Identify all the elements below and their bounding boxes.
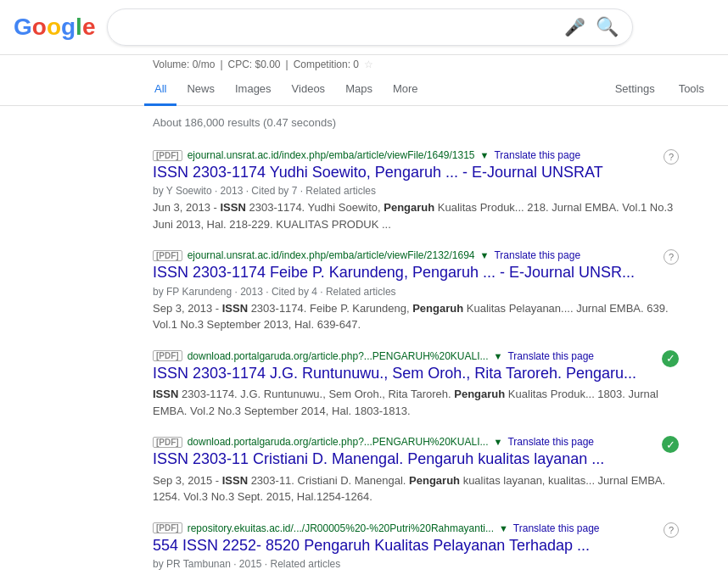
result-meta: by PR Tambunan · 2015 · Related articles [153, 558, 679, 570]
verified-icon: ✓ [662, 350, 679, 367]
settings-link[interactable]: Settings [605, 74, 665, 106]
results-count: About 186,000 results (0.47 seconds) [0, 106, 728, 132]
result-snippet: Jun 3, 2013 - ISSN 2303-1174. Yudhi Soew… [153, 199, 679, 232]
pdf-badge: [PDF] [153, 437, 182, 448]
result-url: repository.ekuitas.ac.id/.../JR00005%20-… [188, 522, 494, 534]
result-title[interactable]: 554 ISSN 2252- 8520 Pengaruh Kualitas Pe… [153, 536, 658, 555]
help-icon[interactable]: ? [664, 522, 679, 538]
result-url: ejournal.unsrat.ac.id/index.php/emba/art… [188, 249, 475, 261]
result-title[interactable]: ISSN 2303-1174 Yudhi Soewito, Pengaruh .… [153, 163, 658, 182]
table-row: [PDF] download.portalgaruda.org/article.… [153, 350, 679, 419]
verified-icon: ✓ [662, 436, 679, 453]
result-snippet: Sep 3, 2015 - ISSN 2303-11. Cristiani D.… [153, 472, 679, 505]
tab-all[interactable]: All [144, 74, 176, 106]
table-row: [PDF] ejournal.unsrat.ac.id/index.php/em… [153, 249, 679, 332]
help-icon[interactable]: ? [664, 249, 679, 265]
result-url: ejournal.unsrat.ac.id/index.php/emba/art… [188, 149, 475, 161]
translate-link[interactable]: Translate this page [513, 522, 600, 534]
tab-images[interactable]: Images [225, 74, 282, 106]
result-meta: by Y Soewito · 2013 · Cited by 7 · Relat… [153, 185, 679, 197]
translate-link[interactable]: Translate this page [507, 436, 594, 448]
result-url-line: [PDF] download.portalgaruda.org/article.… [153, 350, 655, 362]
result-title[interactable]: ISSN 2303-11 Cristiani D. Manengal. Peng… [153, 449, 655, 469]
result-url-line: [PDF] ejournal.unsrat.ac.id/index.php/em… [153, 249, 658, 261]
translate-link[interactable]: Translate this page [494, 249, 580, 261]
table-row: [PDF] download.portalgaruda.org/article.… [153, 436, 679, 505]
pdf-badge: [PDF] [153, 350, 182, 361]
star-icon[interactable]: ☆ [364, 59, 373, 70]
translate-link[interactable]: Translate this page [494, 149, 580, 161]
help-icon[interactable]: ? [664, 149, 679, 165]
result-url-line: [PDF] ejournal.unsrat.ac.id/index.php/em… [153, 149, 658, 161]
result-url-line: [PDF] repository.ekuitas.ac.id/.../JR000… [153, 522, 658, 534]
header: Google filetype:pdf pengaruh ISSN 🎤 🔍 [0, 0, 728, 55]
search-icon[interactable]: 🔍 [596, 16, 619, 38]
pdf-badge: [PDF] [153, 250, 182, 261]
table-row: [PDF] repository.ekuitas.ac.id/.../JR000… [153, 522, 679, 570]
tab-videos[interactable]: Videos [282, 74, 336, 106]
nav-tabs: All News Images Videos Maps More Setting… [0, 74, 728, 106]
pdf-badge: [PDF] [153, 150, 182, 161]
result-meta: by FP Karundeng · 2013 · Cited by 4 · Re… [153, 286, 679, 298]
google-logo: Google [14, 14, 95, 41]
search-bar: filetype:pdf pengaruh ISSN 🎤 🔍 [107, 8, 633, 46]
cpc-info: CPC: $0.00 [228, 59, 281, 70]
search-input[interactable]: filetype:pdf pengaruh ISSN [121, 20, 557, 35]
result-url: download.portalgaruda.org/article.php?..… [188, 350, 489, 362]
tab-maps[interactable]: Maps [335, 74, 383, 106]
results-list: [PDF] ejournal.unsrat.ac.id/index.php/em… [0, 149, 728, 575]
tools-link[interactable]: Tools [669, 74, 714, 106]
result-title[interactable]: ISSN 2303-1174 J.G. Runtunuwu., Sem Oroh… [153, 364, 655, 383]
translate-link[interactable]: Translate this page [507, 350, 594, 362]
result-snippet: Sep 3, 2013 - ISSN 2303-1174. Feibe P. K… [153, 300, 679, 333]
result-url: download.portalgaruda.org/article.php?..… [188, 436, 489, 448]
volume-info: Volume: 0/mo [153, 59, 215, 70]
tab-news[interactable]: News [176, 74, 225, 106]
microphone-icon[interactable]: 🎤 [564, 17, 585, 37]
info-bar: Volume: 0/mo | CPC: $0.00 | Competition:… [0, 55, 728, 74]
result-url-line: [PDF] download.portalgaruda.org/article.… [153, 436, 655, 448]
table-row: [PDF] ejournal.unsrat.ac.id/index.php/em… [153, 149, 679, 232]
pdf-badge: [PDF] [153, 522, 182, 533]
result-title[interactable]: ISSN 2303-1174 Feibe P. Karundeng, Penga… [153, 263, 658, 282]
result-snippet: ISSN 2303-1174. J.G. Runtunuwu., Sem Oro… [153, 386, 679, 419]
competition-info: Competition: 0 [294, 59, 359, 70]
tab-more[interactable]: More [383, 74, 428, 106]
